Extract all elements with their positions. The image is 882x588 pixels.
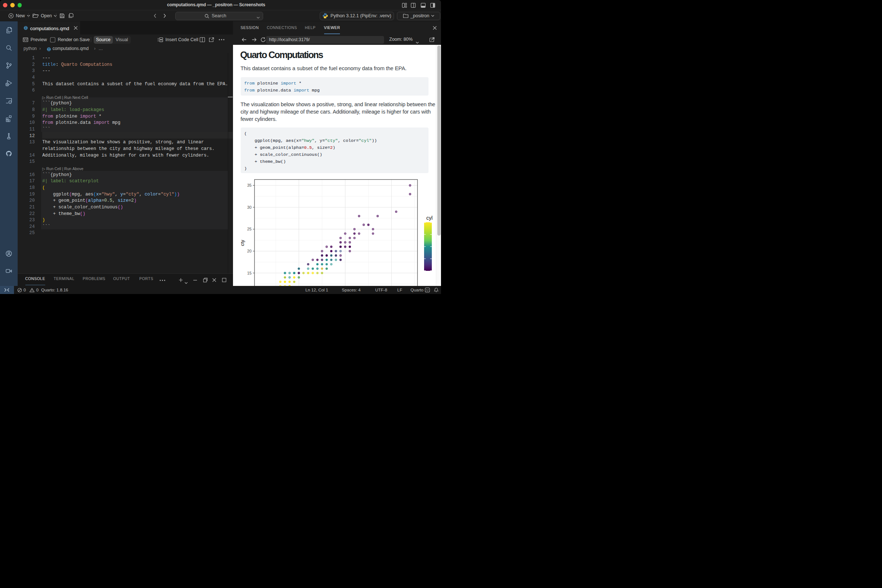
svg-text:cty: cty	[240, 240, 245, 246]
svg-text:15: 15	[247, 271, 251, 275]
svg-text:30: 30	[247, 205, 251, 210]
svg-text:35: 35	[247, 183, 251, 188]
svg-text:cyl: cyl	[426, 215, 432, 221]
svg-text:20: 20	[247, 249, 251, 253]
svg-text:25: 25	[247, 227, 251, 231]
